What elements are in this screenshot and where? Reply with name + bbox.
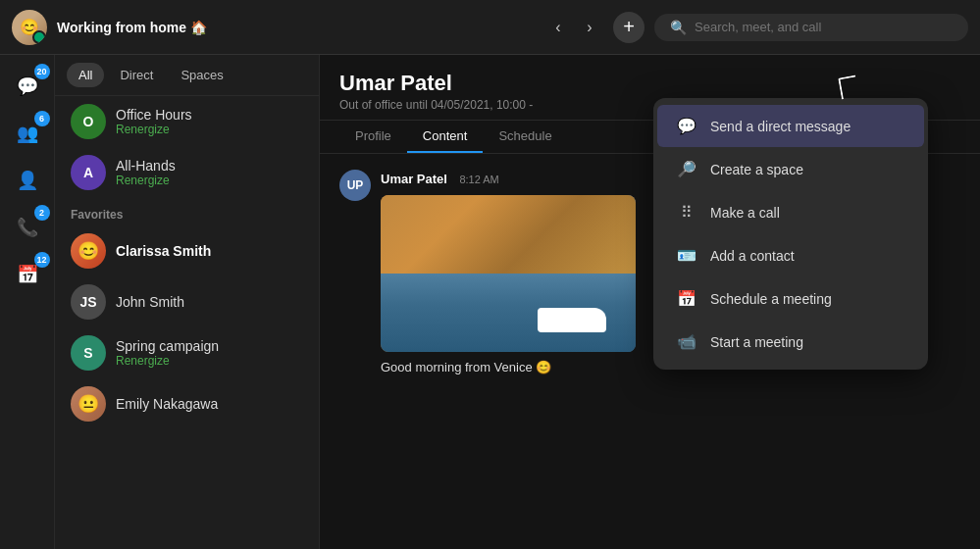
search-input[interactable] xyxy=(695,20,953,34)
create-space-icon: 🔎 xyxy=(677,160,696,178)
menu-item-send-message[interactable]: 💬 Send a direct message xyxy=(657,105,924,147)
forward-button[interactable]: › xyxy=(576,14,603,41)
tab-spaces[interactable]: Spaces xyxy=(169,63,234,87)
sidebar-item-chat[interactable]: 💬 20 xyxy=(8,67,47,106)
workspace-name: Working from home 🏠 xyxy=(57,20,535,35)
chat-sub: Renergize xyxy=(116,354,303,368)
filter-tabs: All Direct Spaces xyxy=(55,55,319,96)
menu-item-create-space[interactable]: 🔎 Create a space xyxy=(657,148,924,190)
favorites-label: Favorites xyxy=(55,198,319,225)
list-item[interactable]: 😊 Clarissa Smith xyxy=(55,225,319,276)
calendar-badge: 12 xyxy=(34,252,50,268)
avatar: 😐 xyxy=(71,386,106,422)
contact-name: Umar Patel xyxy=(339,71,960,96)
list-item[interactable]: JS John Smith xyxy=(55,276,319,327)
menu-label: Start a meeting xyxy=(710,334,803,350)
menu-label: Send a direct message xyxy=(710,119,851,134)
add-contact-icon: 🪪 xyxy=(677,246,696,265)
content-area: Umar Patel Out of office until 04/05/202… xyxy=(320,55,980,549)
avatar: 😊 xyxy=(71,233,106,269)
list-item[interactable]: S Spring campaign Renergize xyxy=(55,327,319,378)
chat-icon: 💬 xyxy=(17,75,38,97)
sidebar-item-people[interactable]: 👥 6 xyxy=(8,114,47,153)
video-icon: 📹 xyxy=(677,332,696,351)
chat-list: O Office Hours Renergize A All-Hands Ren… xyxy=(55,96,319,549)
contacts-icon: 👤 xyxy=(17,170,38,191)
sidebar-item-contacts[interactable]: 👤 xyxy=(8,161,47,200)
list-item[interactable]: 😐 Emily Nakagawa xyxy=(55,378,319,429)
user-avatar[interactable]: 😊 xyxy=(12,10,47,45)
tab-all[interactable]: All xyxy=(67,63,104,87)
chat-info: Emily Nakagawa xyxy=(116,396,303,412)
menu-item-make-call[interactable]: ⠿ Make a call xyxy=(657,191,924,233)
calls-badge: 2 xyxy=(34,205,50,221)
tab-schedule[interactable]: Schedule xyxy=(483,121,567,153)
avatar: A xyxy=(71,155,106,190)
venice-image xyxy=(381,195,636,352)
chat-info: All-Hands Renergize xyxy=(116,158,303,187)
menu-item-add-contact[interactable]: 🪪 Add a contact xyxy=(657,234,924,276)
main-layout: 💬 20 👥 6 👤 📞 2 📅 12 All Direct Spaces O xyxy=(0,55,980,549)
avatar: UP xyxy=(339,170,371,201)
sidebar-item-calendar[interactable]: 📅 12 xyxy=(8,255,47,294)
menu-label: Schedule a meeting xyxy=(710,291,832,307)
message-time: 8:12 AM xyxy=(459,174,498,185)
chat-name: All-Hands xyxy=(116,158,303,174)
menu-label: Create a space xyxy=(710,162,803,177)
good-morning-text: Good morning from Venice 😊 xyxy=(381,360,636,374)
chat-name: Office Hours xyxy=(116,107,303,123)
avatar: S xyxy=(71,335,106,371)
search-bar[interactable]: 🔍 xyxy=(654,14,968,41)
call-icon: ⠿ xyxy=(677,203,696,222)
tab-profile[interactable]: Profile xyxy=(339,121,407,153)
chat-info: Clarissa Smith xyxy=(116,243,303,259)
dropdown-menu: 💬 Send a direct message 🔎 Create a space… xyxy=(653,98,928,370)
tab-direct[interactable]: Direct xyxy=(108,63,165,87)
nav-arrows: ‹ › xyxy=(544,14,603,41)
people-icon: 👥 xyxy=(17,123,38,144)
list-item[interactable]: O Office Hours Renergize xyxy=(55,96,319,147)
sidebar-icons: 💬 20 👥 6 👤 📞 2 📅 12 xyxy=(0,55,55,549)
avatar: O xyxy=(71,104,106,139)
topbar: 😊 Working from home 🏠 ‹ › + 🔍 xyxy=(0,0,980,55)
chat-name: Clarissa Smith xyxy=(116,243,303,259)
menu-label: Make a call xyxy=(710,205,780,221)
chat-name: John Smith xyxy=(116,294,303,310)
chat-badge: 20 xyxy=(34,64,50,79)
sidebar-item-calls[interactable]: 📞 2 xyxy=(8,208,47,247)
menu-item-start-meeting[interactable]: 📹 Start a meeting xyxy=(657,321,924,363)
tab-content[interactable]: Content xyxy=(407,121,484,153)
chat-name: Spring campaign xyxy=(116,338,303,354)
message-sender: Umar Patel xyxy=(381,172,447,186)
left-panel: All Direct Spaces O Office Hours Renergi… xyxy=(55,55,320,549)
calendar-icon: 📅 xyxy=(17,264,38,285)
chat-sub: Renergize xyxy=(116,123,303,136)
calls-icon: 📞 xyxy=(17,217,38,238)
chat-sub: Renergize xyxy=(116,174,303,187)
message-content: Umar Patel 8:12 AM Good morning from Ven… xyxy=(381,170,636,374)
boat xyxy=(538,308,606,332)
back-button[interactable]: ‹ xyxy=(544,14,572,41)
chat-info: Spring campaign Renergize xyxy=(116,338,303,368)
search-icon: 🔍 xyxy=(670,20,687,35)
chat-info: John Smith xyxy=(116,294,303,310)
new-action-button[interactable]: + xyxy=(613,12,645,43)
menu-label: Add a contact xyxy=(710,248,795,264)
chat-name: Emily Nakagawa xyxy=(116,396,303,412)
chat-info: Office Hours Renergize xyxy=(116,107,303,136)
people-badge: 6 xyxy=(34,111,50,126)
schedule-icon: 📅 xyxy=(677,289,696,308)
avatar: JS xyxy=(71,284,106,320)
list-item[interactable]: A All-Hands Renergize xyxy=(55,147,319,198)
menu-item-schedule-meeting[interactable]: 📅 Schedule a meeting xyxy=(657,277,924,320)
direct-message-icon: 💬 xyxy=(677,117,696,135)
